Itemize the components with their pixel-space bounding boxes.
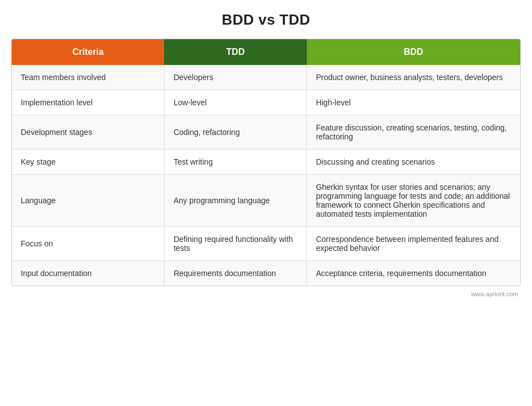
cell-criteria: Implementation level [12,90,164,115]
comparison-table-container: Criteria TDD BDD Team members involvedDe… [11,39,521,286]
table-row: Focus onDefining required functionality … [12,227,520,261]
page-title: BDD vs TDD [222,11,310,29]
cell-criteria: Language [12,175,164,227]
table-row: Implementation levelLow-levelHigh-level [12,90,520,115]
table-row: Input documentationRequirements document… [12,261,520,286]
cell-tdd: Low-level [164,90,306,115]
header-bdd: BDD [307,39,520,65]
table-row: Development stagesCoding, refactoringFea… [12,115,520,150]
table-body: Team members involvedDevelopersProduct o… [12,65,520,286]
cell-tdd: Coding, refactoring [164,115,306,150]
header-criteria: Criteria [12,39,164,65]
cell-tdd: Test writing [164,150,306,175]
header-row: Criteria TDD BDD [12,39,520,65]
cell-bdd: High-level [307,90,520,115]
table-header: Criteria TDD BDD [12,39,520,65]
cell-tdd: Any programming language [164,175,306,227]
cell-criteria: Input documentation [12,261,164,286]
table-row: Key stageTest writingDiscussing and crea… [12,150,520,175]
table-row: LanguageAny programming languageGherkin … [12,175,520,227]
table-row: Team members involvedDevelopersProduct o… [12,65,520,90]
cell-bdd: Discussing and creating scenarios [307,150,520,175]
comparison-table: Criteria TDD BDD Team members involvedDe… [12,39,520,286]
header-tdd: TDD [164,39,306,65]
watermark: www.apriorit.com [471,291,518,297]
cell-criteria: Team members involved [12,65,164,90]
cell-bdd: Correspondence between implemented featu… [307,227,520,261]
cell-bdd: Acceptance criteria, requirements docume… [307,261,520,286]
cell-tdd: Requirements documentation [164,261,306,286]
cell-criteria: Key stage [12,150,164,175]
cell-bdd: Product owner, business analysts, tester… [307,65,520,90]
cell-criteria: Development stages [12,115,164,150]
cell-bdd: Feature discussion, creating scenarios, … [307,115,520,150]
cell-bdd: Gherkin syntax for user stories and scen… [307,175,520,227]
cell-tdd: Developers [164,65,306,90]
cell-tdd: Defining required functionality with tes… [164,227,306,261]
cell-criteria: Focus on [12,227,164,261]
